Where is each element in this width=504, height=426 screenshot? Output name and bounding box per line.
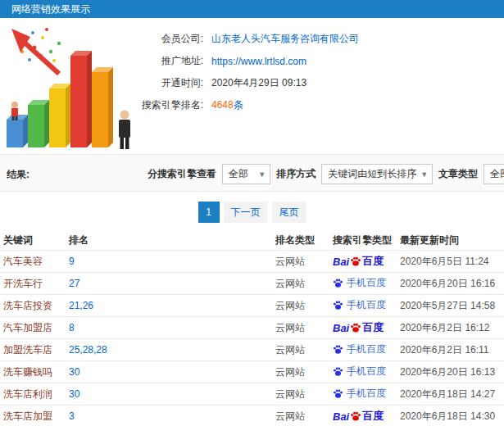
engine-cell: 手机百度 [333, 298, 400, 313]
engine-cell: 手机百度 [333, 276, 400, 291]
baidu-paw-icon [333, 278, 343, 288]
open-time-value: 2020年4月29日 09:13 [211, 76, 306, 90]
engine-cell: 手机百度 [333, 342, 400, 357]
result-label: 结果: [7, 168, 30, 182]
rank-count: 4648 [211, 99, 234, 111]
updated-cell: 2020年6月18日 14:30 [400, 410, 504, 424]
promo-url-label: 推广地址: [121, 54, 203, 68]
keyword-cell: 洗车店加盟 [0, 410, 69, 424]
header-rank: 排名 [69, 233, 275, 247]
updated-cell: 2020年6月20日 16:13 [400, 365, 504, 379]
updated-cell: 2020年6月2日 16:11 [400, 343, 504, 357]
engine-cell: 手机百度 [333, 365, 400, 379]
header-rank-type: 排名类型 [275, 233, 333, 247]
article-type-select[interactable]: 全部 ▼ [484, 164, 504, 184]
table-row: 汽车加盟店 8 云网站 Bai 百度 2020年6月2日 16:12 [0, 317, 504, 339]
bar-red [70, 51, 92, 147]
engine-filter-label: 分搜索引擎查看 [148, 167, 216, 181]
header-engine-type: 搜索引擎类型 [333, 233, 400, 247]
updated-cell: 2020年6月20日 16:16 [400, 277, 504, 291]
chevron-down-icon: ▼ [420, 170, 428, 179]
mobile-baidu-logo: 手机百度 [333, 298, 386, 312]
rank-type-cell: 云网站 [275, 365, 333, 379]
engine-filter-select[interactable]: 全部 ▼ [222, 164, 270, 184]
rank-unit: 条 [234, 99, 243, 111]
baidu-logo: Bai 百度 [333, 409, 384, 424]
pagination: 1 下一页 尾页 [0, 202, 504, 223]
rank-type-cell: 云网站 [275, 255, 333, 269]
filter-controls: 分搜索引擎查看 全部 ▼ 排序方式 关键词由短到长排序 ▼ 文章类型 全部 ▼ … [148, 163, 504, 185]
rank-link[interactable]: 27 [69, 278, 275, 289]
bar-green [28, 100, 49, 147]
header-keyword: 关键词 [0, 233, 69, 247]
rank-link[interactable]: 30 [69, 366, 275, 378]
mobile-baidu-logo: 手机百度 [333, 342, 386, 356]
baidu-paw-icon [350, 410, 361, 422]
window-title-bar: 网络营销效果展示 [0, 0, 504, 18]
engine-cell: 手机百度 [333, 387, 400, 401]
page-current[interactable]: 1 [198, 202, 220, 223]
promo-url-row: 推广地址: https://www.lrtlsd.com [121, 50, 359, 72]
baidu-paw-icon [350, 322, 361, 333]
keyword-cell: 开洗车行 [0, 277, 69, 291]
baidu-logo: Bai 百度 [333, 320, 384, 335]
baidu-paw-icon [333, 388, 343, 399]
baidu-paw-icon [333, 344, 343, 355]
updated-cell: 2020年6月18日 14:27 [400, 387, 504, 401]
header-updated: 最新更新时间 [400, 233, 504, 247]
rank-type-cell: 云网站 [275, 277, 333, 291]
engine-filter-value: 全部 [229, 167, 248, 181]
baidu-paw-icon [333, 366, 343, 377]
sort-filter-label: 排序方式 [276, 167, 316, 181]
keyword-cell: 加盟洗车店 [0, 343, 69, 357]
member-info-panel: 会员公司: 山东老人头汽车服务咨询有限公司 推广地址: https://www.… [0, 18, 504, 154]
rank-type-cell: 云网站 [275, 343, 333, 357]
company-row: 会员公司: 山东老人头汽车服务咨询有限公司 [121, 28, 359, 50]
table-row: 加盟洗车店 25,28,28 云网站 手机百度 2020年6月2日 16:11 [0, 339, 504, 361]
rank-link[interactable]: 9 [69, 256, 275, 267]
engine-cell: Bai 百度 [333, 409, 400, 424]
filter-bar: 结果: 分搜索引擎查看 全部 ▼ 排序方式 关键词由短到长排序 ▼ 文章类型 全… [0, 154, 504, 192]
sort-filter-value: 关键词由短到长排序 [328, 167, 416, 181]
mobile-baidu-logo: 手机百度 [333, 387, 386, 401]
article-type-value: 全部 [490, 167, 504, 181]
page-title: 网络营销效果展示 [11, 3, 90, 15]
table-row: 洗车店利润 30 云网站 手机百度 2020年6月18日 14:27 [0, 383, 504, 406]
updated-cell: 2020年6月5日 11:24 [400, 255, 504, 269]
engine-rank-value: 4648条 [211, 98, 243, 112]
rank-link[interactable]: 21,26 [69, 300, 275, 311]
results-table: 关键词 排名 排名类型 搜索引擎类型 最新更新时间 汽车美容 9 云网站 Bai… [0, 231, 504, 426]
member-info-list: 会员公司: 山东老人头汽车服务咨询有限公司 推广地址: https://www.… [121, 28, 359, 116]
engine-rank-label: 搜索引擎排名: [121, 98, 203, 112]
engine-rank-row: 搜索引擎排名: 4648条 [121, 94, 359, 116]
chevron-down-icon: ▼ [258, 170, 266, 179]
page-next[interactable]: 下一页 [224, 202, 268, 223]
rank-link[interactable]: 30 [69, 388, 275, 400]
table-row: 汽车美容 9 云网站 Bai 百度 2020年6月5日 11:24 [0, 251, 504, 273]
table-row: 开洗车行 27 云网站 手机百度 2020年6月20日 16:16 [0, 273, 504, 295]
keyword-cell: 洗车店利润 [0, 387, 69, 401]
baidu-paw-icon [333, 300, 343, 310]
updated-cell: 2020年5月27日 14:58 [400, 299, 504, 313]
table-row: 洗车店加盟 3 云网站 Bai 百度 2020年6月18日 14:30 [0, 406, 504, 426]
bar-yellow [49, 84, 70, 147]
open-time-label: 开通时间: [121, 76, 203, 90]
rank-link[interactable]: 25,28,28 [69, 344, 275, 356]
promo-url-link[interactable]: https://www.lrtlsd.com [211, 56, 306, 67]
baidu-paw-icon [350, 256, 361, 267]
company-link[interactable]: 山东老人头汽车服务咨询有限公司 [211, 32, 359, 46]
sort-filter-select[interactable]: 关键词由短到长排序 ▼ [321, 164, 433, 184]
table-row: 洗车赚钱吗 30 云网站 手机百度 2020年6月20日 16:13 [0, 361, 504, 383]
updated-cell: 2020年6月2日 16:12 [400, 321, 504, 335]
rank-link[interactable]: 3 [69, 410, 275, 422]
bar-orange [92, 67, 113, 147]
page-last[interactable]: 尾页 [272, 202, 306, 223]
company-label: 会员公司: [121, 32, 203, 46]
keyword-cell: 洗车赚钱吗 [0, 365, 69, 379]
keyword-cell: 汽车加盟店 [0, 321, 69, 335]
open-time-row: 开通时间: 2020年4月29日 09:13 [121, 72, 359, 94]
rank-link[interactable]: 8 [69, 322, 275, 333]
keyword-cell: 洗车店投资 [0, 299, 69, 313]
rank-type-cell: 云网站 [275, 321, 333, 335]
rank-type-cell: 云网站 [275, 299, 333, 313]
